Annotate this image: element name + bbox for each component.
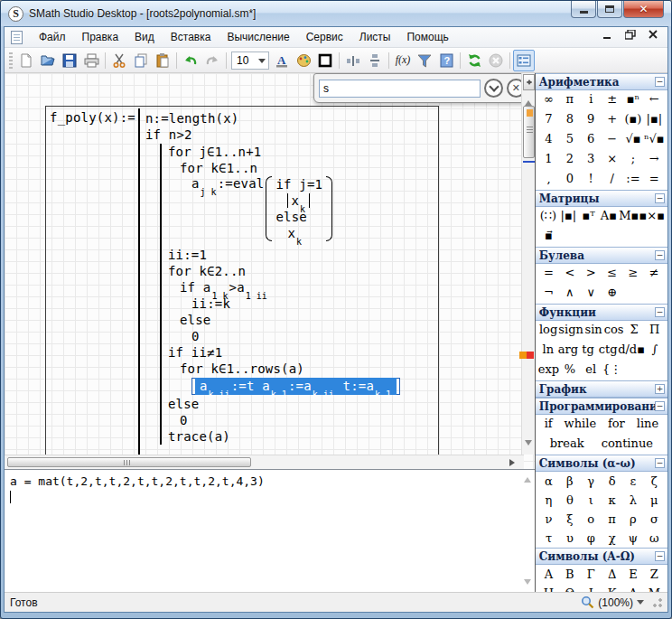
maximize-button[interactable] — [597, 1, 622, 18]
palette-button[interactable]: ctg — [598, 342, 618, 359]
palette-button[interactable]: , — [538, 172, 559, 188]
palette-header[interactable]: Матрицы− — [536, 190, 667, 207]
palette-button[interactable]: 4 — [538, 132, 559, 148]
palette-button[interactable]: ο — [581, 511, 602, 527]
palette-button[interactable]: ξ — [559, 511, 580, 527]
palette-button[interactable]: A▪ — [599, 209, 619, 225]
palette-button[interactable]: while — [559, 417, 602, 433]
palette-button[interactable]: → — [644, 152, 665, 168]
cut-button[interactable] — [108, 50, 130, 71]
palette-button[interactable]: 1 — [538, 152, 559, 168]
palette-header[interactable]: Программирование− — [536, 398, 667, 415]
palette-button[interactable]: Π — [644, 323, 665, 339]
worksheet-canvas[interactable]: f_poly(x):= n:=length(x) if n>2 for j∈1.… — [5, 73, 535, 469]
palette-button[interactable]: ψ — [622, 530, 643, 546]
palette-button[interactable]: δ — [602, 474, 622, 489]
zoom-control[interactable]: (100%) — [581, 596, 644, 609]
else-expression[interactable]: xk — [275, 225, 322, 241]
palette-button[interactable]: 6 — [581, 132, 602, 148]
menu-edit[interactable]: Правка — [74, 28, 127, 46]
abs-expression[interactable]: xk — [287, 193, 310, 208]
palette-button[interactable]: ; — [622, 152, 643, 168]
palette-button[interactable]: σ — [644, 511, 665, 527]
palette-button[interactable]: Μ — [644, 586, 665, 592]
palette-button[interactable]: 2 — [559, 152, 580, 168]
palette-header[interactable]: Функции− — [536, 304, 667, 321]
palette-button[interactable]: arg — [558, 342, 578, 359]
selection-highlight[interactable]: ak ii:=t ak 1:=ak ii t:=ak 1 — [195, 378, 397, 395]
palette-button[interactable]: Σ — [624, 323, 645, 339]
palette-button[interactable]: η — [538, 492, 559, 508]
code-line[interactable]: for k∈1..n — [168, 160, 438, 176]
collapse-icon[interactable]: − — [655, 77, 665, 87]
collapse-icon[interactable]: − — [655, 193, 665, 203]
code-line[interactable]: ii:=1 — [168, 247, 438, 263]
palette-button[interactable]: Α — [538, 567, 559, 582]
paste-button[interactable] — [152, 50, 173, 71]
input-scrollbar[interactable] — [522, 472, 533, 590]
palette-button[interactable]: ¬ — [538, 286, 559, 302]
show-panels-button[interactable] — [513, 50, 535, 71]
palette-button[interactable]: ▪×▪ — [639, 209, 665, 225]
palette-button[interactable]: α — [538, 474, 559, 489]
scroll-right-icon[interactable] — [509, 459, 518, 466]
scroll-down-icon[interactable] — [525, 440, 532, 449]
palette-button[interactable]: ≥ — [622, 266, 643, 282]
palette-button[interactable]: / — [602, 172, 622, 188]
menu-insert[interactable]: Вставка — [163, 28, 219, 46]
code-line[interactable]: if ii≠1 — [168, 344, 438, 361]
palette-button[interactable]: ρ — [622, 511, 643, 527]
palette-button[interactable]: el — [581, 362, 602, 379]
palette-button[interactable]: |▪| — [644, 112, 665, 128]
palette-button[interactable]: sin — [583, 323, 604, 339]
palette-button[interactable]: √▪ — [622, 132, 643, 148]
palette-button[interactable]: ▪ⁿ — [622, 92, 643, 108]
palette-button[interactable]: = — [538, 266, 559, 282]
undo-button[interactable] — [180, 50, 201, 71]
palette-button[interactable]: π — [559, 92, 580, 108]
redo-button[interactable] — [201, 50, 223, 71]
font-size-combo[interactable]: 10 — [231, 52, 269, 70]
palette-button[interactable]: − — [602, 132, 622, 148]
copy-button[interactable] — [130, 50, 152, 71]
border-button[interactable] — [314, 50, 336, 71]
palette-button[interactable]: > — [581, 266, 602, 282]
palette-button[interactable]: {⋮ — [602, 362, 622, 379]
palette-button[interactable]: ± — [602, 92, 622, 108]
palette-header[interactable]: Булева− — [536, 247, 667, 264]
code-line[interactable]: for k∈2..n — [168, 263, 438, 279]
palette-button[interactable]: exp — [538, 362, 559, 379]
palette-button[interactable]: := — [622, 172, 643, 188]
collapse-icon[interactable]: − — [655, 250, 665, 260]
eval-if[interactable]: if j=1 — [275, 176, 322, 192]
palette-button[interactable]: % — [559, 362, 580, 379]
code-line[interactable]: n:=length(x) — [145, 110, 438, 127]
minimize-button[interactable] — [571, 1, 596, 18]
collapse-icon[interactable]: − — [655, 307, 665, 317]
palette-button[interactable]: = — [644, 172, 665, 188]
palette-button[interactable]: ! — [581, 172, 602, 188]
palette-button[interactable]: (∷) — [538, 209, 558, 225]
menu-view[interactable]: Вид — [126, 28, 163, 46]
palette-button[interactable]: φ — [581, 530, 602, 546]
code-line[interactable]: if n>2 — [145, 127, 438, 143]
palette-button[interactable]: Κ — [602, 586, 622, 592]
horizontal-scrollbar-thumb[interactable] — [7, 457, 251, 467]
palette-button[interactable]: cos — [603, 323, 624, 339]
vertical-scrollbar[interactable] — [521, 73, 535, 455]
collapse-icon[interactable]: − — [655, 458, 665, 468]
palette-button[interactable]: ζ — [644, 474, 665, 489]
palette-button[interactable]: ← — [644, 92, 665, 108]
palette-button[interactable]: Λ — [622, 586, 643, 592]
palette-button[interactable]: i — [581, 92, 602, 108]
code-line[interactable]: for k∈1..rows(a) — [168, 361, 438, 377]
scroll-down-icon[interactable] — [524, 579, 531, 588]
palette-button[interactable]: Ι — [581, 586, 602, 592]
menu-sheets[interactable]: Листы — [351, 28, 399, 46]
child-restore-icon[interactable] — [625, 30, 636, 40]
code-line-eval[interactable]: aj k:=eval if j=1 xk else xk — [168, 176, 438, 247]
palette-button[interactable]: ⊕ — [602, 286, 622, 302]
palette-button[interactable]: ∞ — [538, 92, 559, 108]
palette-button[interactable]: π — [602, 511, 622, 527]
palette-button[interactable]: 8 — [559, 112, 580, 128]
